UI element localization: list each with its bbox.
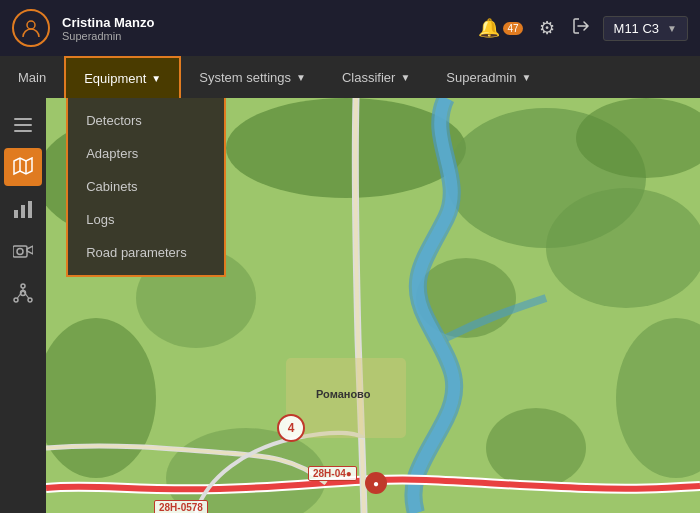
sidebar: [0, 98, 46, 513]
svg-point-21: [546, 188, 700, 308]
chevron-down-icon: ▼: [521, 72, 531, 83]
chevron-down-icon: ▼: [400, 72, 410, 83]
svg-rect-2: [14, 124, 32, 126]
city-label: Романово: [316, 388, 370, 400]
user-role: Superadmin: [62, 30, 154, 42]
chevron-down-icon: ▼: [151, 73, 161, 84]
equipment-dropdown: Detectors Adapters Cabinets Logs Road pa…: [66, 98, 226, 277]
notifications-button[interactable]: 🔔 47: [478, 17, 522, 39]
svg-point-0: [27, 21, 35, 29]
map-marker-1[interactable]: 4: [277, 414, 305, 442]
svg-rect-6: [28, 201, 32, 218]
svg-point-26: [486, 408, 586, 488]
svg-point-12: [21, 284, 25, 288]
svg-rect-5: [21, 205, 25, 218]
sidebar-item-camera[interactable]: [4, 232, 42, 270]
nav-item-equipment[interactable]: Equipment ▼ Detectors Adapters Cabinets …: [64, 56, 181, 98]
header-icons: 🔔 47 ⚙: [478, 16, 590, 41]
app-header: Cristina Manzo Superadmin 🔔 47 ⚙ M11 C3 …: [0, 0, 700, 56]
logout-icon[interactable]: [571, 16, 591, 41]
svg-point-11: [28, 298, 32, 302]
svg-rect-4: [14, 210, 18, 218]
user-name: Cristina Manzo: [62, 15, 154, 30]
chevron-down-icon: ▼: [296, 72, 306, 83]
road-label-28h04: 28H-04●: [308, 466, 357, 481]
nav-item-superadmin[interactable]: Superadmin ▼: [428, 56, 549, 98]
svg-rect-1: [14, 118, 32, 120]
notification-count: 47: [503, 22, 522, 35]
svg-point-10: [14, 298, 18, 302]
avatar: [12, 9, 50, 47]
device-selector[interactable]: M11 C3 ▼: [603, 16, 688, 41]
sidebar-item-menu[interactable]: [4, 106, 42, 144]
chevron-down-icon: ▼: [667, 23, 677, 34]
svg-rect-7: [13, 246, 27, 257]
navbar: Main Equipment ▼ Detectors Adapters Cabi…: [0, 56, 700, 98]
dropdown-item-detectors[interactable]: Detectors: [68, 104, 224, 137]
nav-item-classifier[interactable]: Classifier ▼: [324, 56, 428, 98]
device-label: M11 C3: [614, 21, 660, 36]
user-info: Cristina Manzo Superadmin: [62, 15, 154, 42]
svg-point-8: [17, 249, 23, 255]
map-marker-2[interactable]: ●: [365, 472, 387, 494]
dropdown-item-road-parameters[interactable]: Road parameters: [68, 236, 224, 269]
dropdown-item-logs[interactable]: Logs: [68, 203, 224, 236]
bell-icon: 🔔: [478, 17, 500, 39]
road-label-28h0578: 28H-0578: [154, 500, 208, 513]
settings-icon[interactable]: ⚙: [539, 17, 555, 39]
svg-point-18: [226, 98, 466, 198]
nav-item-main[interactable]: Main: [0, 56, 64, 98]
sidebar-item-charts[interactable]: [4, 190, 42, 228]
svg-rect-3: [14, 130, 32, 132]
dropdown-item-adapters[interactable]: Adapters: [68, 137, 224, 170]
dropdown-item-cabinets[interactable]: Cabinets: [68, 170, 224, 203]
nav-item-system-settings[interactable]: System settings ▼: [181, 56, 324, 98]
sidebar-item-network[interactable]: [4, 274, 42, 312]
sidebar-item-map[interactable]: [4, 148, 42, 186]
